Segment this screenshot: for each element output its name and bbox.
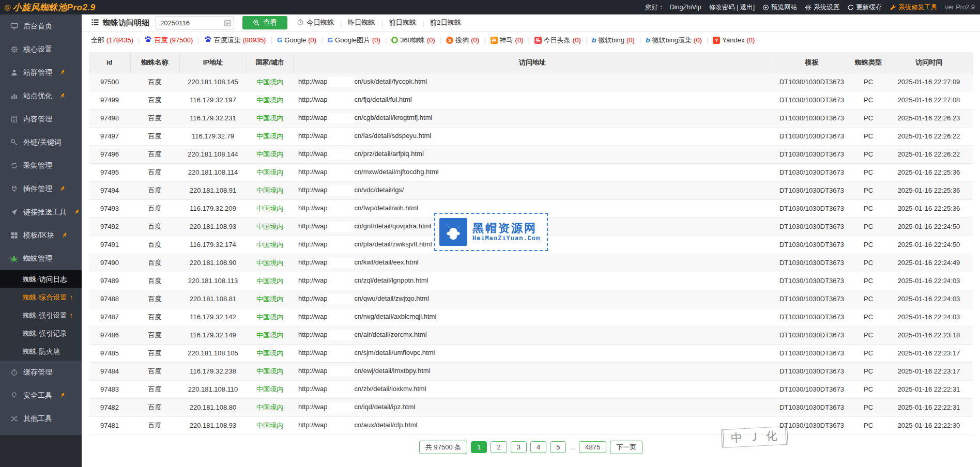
sidebar-item-12[interactable]: 安全工具: [0, 384, 82, 407]
send-icon: [10, 208, 18, 216]
submenu-item-1[interactable]: 蜘蛛·综合设置↑: [0, 288, 82, 306]
url-prefix: http://wap: [298, 276, 327, 284]
censored-domain: [327, 167, 354, 178]
sidebar-item-0[interactable]: 后台首页: [0, 14, 82, 38]
sidebar-item-7[interactable]: 插件管理: [0, 177, 82, 200]
repair-tool-link[interactable]: 系统修复工具: [890, 3, 937, 12]
page-button-3[interactable]: 3: [511, 441, 527, 453]
sidebar-item-2[interactable]: 站群管理: [0, 61, 82, 84]
region-label: 中国境内: [256, 96, 283, 104]
cell-template: DT1030/1030DT3673: [772, 73, 852, 91]
table-row: 97486百度116.179.32.149中国境内http://wapcn/ai…: [89, 326, 973, 344]
pin-icon: [73, 209, 80, 215]
filter-label: 神马: [500, 36, 513, 45]
filter-label: 微软bing渲染: [652, 36, 692, 45]
quick-link-0[interactable]: 今日蜘蛛: [297, 18, 334, 27]
cell-spider-type: PC: [852, 73, 885, 91]
cell-region: 中国境内: [247, 308, 293, 326]
next-page-button[interactable]: 下一页: [610, 441, 642, 454]
cell-spider-type: PC: [852, 217, 885, 236]
cell-ip: 220.181.108.93: [179, 217, 247, 236]
cell-visit-time: 2025-01-16 22:26:22: [885, 145, 973, 163]
cell-template: DT1030/1030DT3673: [772, 163, 852, 181]
sidebar-item-1[interactable]: 核心设置: [0, 38, 82, 61]
filter-微软bing渲染[interactable]: b微软bing渲染(0): [646, 36, 702, 45]
table-row: 97494百度220.181.108.91中国境内http://wapcn/vd…: [89, 181, 973, 199]
sidebar-item-label: 站群管理: [23, 68, 52, 77]
refresh-icon: [847, 4, 854, 11]
quick-link-1[interactable]: 昨日蜘蛛: [348, 18, 376, 27]
sidebar-item-5[interactable]: 外链/关键词: [0, 131, 82, 154]
filter-百度[interactable]: 百度(97500): [144, 36, 193, 45]
submenu-item-4[interactable]: 蜘蛛·防火墙: [0, 343, 82, 361]
filter-搜狗[interactable]: S搜狗(0): [446, 36, 479, 45]
filter-Google[interactable]: GGoogle(0): [277, 36, 316, 44]
sidebar-item-11[interactable]: 缓存管理: [0, 361, 82, 384]
pin-icon: [59, 185, 66, 192]
account-links[interactable]: 修改密码 | 退出]: [709, 3, 755, 12]
url-tail: cn/prz/detail/arfplq.html: [354, 150, 423, 158]
filter-百度渲染[interactable]: 百度渲染(80935): [204, 36, 266, 45]
cell-visit-time: 2025-01-16 22:26:23: [885, 109, 973, 127]
filter-label: 全部: [91, 36, 104, 45]
cell-spider-name: 百度: [130, 344, 179, 362]
filter-360蜘蛛[interactable]: 360蜘蛛(0): [391, 36, 435, 45]
cell-template: DT1030/1030DT3673: [772, 127, 852, 145]
cell-spider-type: PC: [852, 398, 885, 416]
cell-visit-time: 2025-01-16 22:24:03: [885, 272, 973, 290]
cell-url: http://wapcn/zql/detail/lgnpotn.html: [293, 272, 772, 290]
filter-Google图片[interactable]: GGoogle图片(0): [328, 36, 380, 45]
cell-url: http://wapcn/iqd/detail/ipz.html: [293, 398, 772, 416]
cell-template: DT1030/1030DT3673: [772, 290, 852, 308]
cell-template: DT1030/1030DT3673: [772, 181, 852, 199]
cell-id: 97499: [89, 91, 130, 109]
calendar-icon[interactable]: [224, 19, 232, 28]
url-tail: cn/sjm/detail/umfiovpc.html: [354, 349, 435, 356]
spider-filter-bar: 全部(178435)|百度(97500)|百度渲染(80935)|GGoogle…: [82, 32, 980, 49]
page-button-4[interactable]: 4: [530, 441, 546, 453]
page-button-1[interactable]: 1: [471, 441, 487, 453]
preview-site-link[interactable]: 预览网站: [762, 3, 797, 12]
cell-url: http://wapcn/rwg/detail/axblcmqjl.html: [293, 308, 772, 326]
submenu-item-2[interactable]: 蜘蛛·强引设置↑: [0, 306, 82, 324]
quick-link-3[interactable]: 前2日蜘蛛: [430, 18, 462, 27]
table-row: 97496百度220.181.108.144中国境内http://wapcn/p…: [89, 145, 973, 163]
page-button-last[interactable]: 4875: [579, 441, 606, 453]
separator: |: [385, 36, 387, 44]
sidebar-item-6[interactable]: 采集管理: [0, 154, 82, 177]
cell-spider-type: PC: [852, 362, 885, 380]
view-button[interactable]: 查看: [242, 16, 287, 29]
cell-ip: 116.179.32.149: [179, 326, 247, 344]
cell-template: DT1030/1030DT3673: [772, 308, 852, 326]
filter-Yandex[interactable]: YYandex(0): [713, 36, 755, 44]
up-arrow-icon: ↑: [70, 312, 73, 319]
system-settings-link[interactable]: 系统设置: [805, 3, 839, 12]
cell-ip: 116.179.32.238: [179, 362, 247, 380]
sidebar-item-8[interactable]: 链接推送工具: [0, 200, 82, 224]
filter-今日头条[interactable]: 头今日头条(0): [534, 36, 581, 45]
filter-神马[interactable]: 神神马(0): [491, 36, 524, 45]
sidebar-item-10[interactable]: 蜘蛛管理: [0, 247, 82, 270]
sidebar-item-9[interactable]: 模板/区块: [0, 224, 82, 247]
submenu-item-3[interactable]: 蜘蛛·强引记录: [0, 324, 82, 343]
url-tail: cn/fwp/detail/wih.html: [354, 204, 418, 212]
sidebar-item-4[interactable]: 内容管理: [0, 107, 82, 131]
cell-spider-type: PC: [852, 145, 885, 163]
date-input[interactable]: [156, 17, 234, 29]
separator: |: [440, 36, 441, 44]
sidebar-item-13[interactable]: 其他工具: [0, 407, 82, 430]
cell-visit-time: 2025-01-16 22:23:18: [885, 326, 973, 344]
submenu-item-0[interactable]: 蜘蛛·访问日志: [0, 270, 82, 288]
sidebar-item-3[interactable]: 站点优化: [0, 84, 82, 107]
update-cache-link[interactable]: 更新缓存: [847, 3, 882, 12]
cell-spider-name: 百度: [130, 272, 179, 290]
page-button-5[interactable]: 5: [550, 441, 566, 453]
list-icon: [91, 18, 99, 28]
censored-domain: [327, 294, 354, 304]
page-button-2[interactable]: 2: [491, 441, 507, 453]
quick-link-label: 前日蜘蛛: [389, 18, 417, 27]
filter-全部[interactable]: 全部(178435): [91, 36, 133, 45]
separator: |: [321, 36, 323, 44]
quick-link-2[interactable]: 前日蜘蛛: [389, 18, 417, 27]
filter-微软bing[interactable]: b微软bing(0): [592, 36, 635, 45]
